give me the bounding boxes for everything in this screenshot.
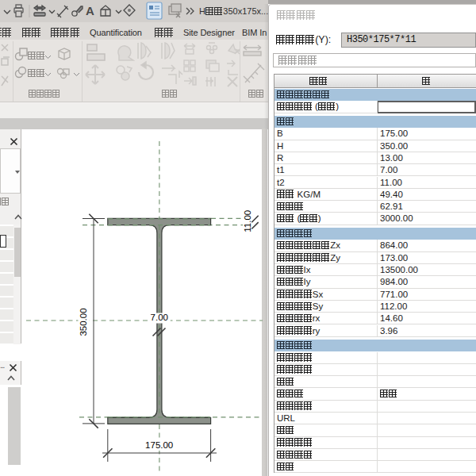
svg-text:7.00: 7.00: [151, 313, 168, 322]
svg-text:175.00: 175.00: [145, 440, 173, 450]
svg-text:11.00: 11.00: [243, 210, 252, 232]
svg-text:350.00: 350.00: [79, 308, 88, 336]
svg-text:A: A: [86, 4, 94, 17]
